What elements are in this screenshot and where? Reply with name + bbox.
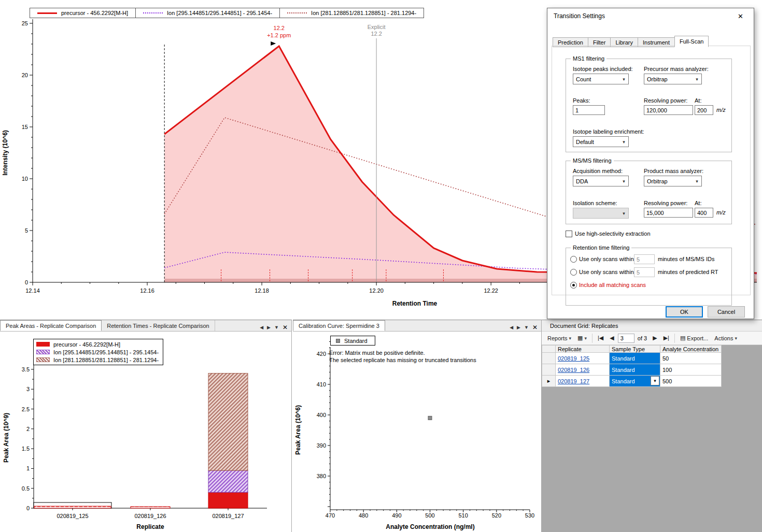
svg-text:420: 420 [317,351,326,357]
msms-at-input[interactable] [695,208,713,218]
precursor-analyzer-select[interactable]: Orbitrap ▾ [644,74,702,84]
close-icon[interactable]: ✕ [283,324,288,331]
tab-retention-times[interactable]: Retention Times - Replicate Comparison [102,320,215,331]
tab-peak-areas[interactable]: Peak Areas - Replicate Comparison [0,320,102,331]
rt-option1-suffix: minutes of MS/MS IDs [658,256,714,262]
replicate-cell[interactable]: 020819_127 [556,376,610,387]
analyte-concentration-cell[interactable]: 50 [660,353,722,364]
svg-text:490: 490 [392,512,401,519]
rt-option-predicted-rt-radio[interactable] [570,269,577,276]
group-label: MS/MS filtering [571,157,614,164]
chevron-down-icon: ▾ [619,211,628,216]
peaks-label: Peaks: [573,97,590,104]
row-selector-current[interactable]: ▸ [542,376,556,387]
svg-text:Intensity (10^6): Intensity (10^6) [2,130,9,176]
high-selectivity-label: Use high-selectivity extraction [575,231,651,237]
product-analyzer-select[interactable]: Orbitrap ▾ [644,176,702,186]
report-grid-icon: ▦ [577,335,583,341]
tab-full-scan[interactable]: Full-Scan [674,36,709,47]
rt-option2-suffix: minutes of predicted RT [658,269,718,275]
replicate-cell[interactable]: 020819_125 [556,353,610,364]
tab-calibration-curve[interactable]: Calibration Curve: Spermidine 3 [293,320,385,331]
column-header-analyte-concentration[interactable]: Analyte Concentration [660,346,722,353]
export-label: Export... [687,335,708,341]
replicate-link[interactable]: 020819_125 [558,355,589,362]
rt-option1-minutes-input[interactable] [634,254,655,264]
actions-label: Actions [714,335,733,341]
dock-menu-icon[interactable]: ▼ [524,325,529,330]
rt-option-all-scans-radio[interactable] [570,282,577,289]
legend-label: Ion [295.144851/295.144851] - 295.1454- [53,349,159,355]
legend-label: Ion [281.128851/281.128851] - 281.1294- [53,357,159,363]
replicate-link[interactable]: 020819_126 [558,367,589,373]
transition-settings-dialog: Transition Settings ✕ Prediction Filter … [547,8,754,319]
nav-prev-button[interactable]: ◀ [607,334,616,342]
close-icon[interactable]: ✕ [733,11,747,21]
ms1-resolving-power-input[interactable] [644,105,693,115]
cancel-button[interactable]: Cancel [708,306,745,318]
msms-at-label: At: [695,200,701,206]
sample-type-cell[interactable]: Standard [610,353,660,364]
column-header-sample-type[interactable]: Sample Type [610,346,660,353]
isotope-peaks-select[interactable]: Count ▾ [573,74,629,84]
chevron-down-icon: ▾ [619,179,628,184]
legend-label: precursor - 456.2292[M-H] [53,341,120,348]
svg-text:10: 10 [22,176,28,182]
chevron-down-icon: ▾ [619,77,628,82]
peak-areas-legend: precursor - 456.2292[M-H] Ion [295.14485… [33,339,163,365]
peak-areas-tabstrip: Peak Areas - Replicate Comparison Retent… [0,320,291,332]
rt-option2-minutes-input[interactable] [634,267,655,277]
enrichment-select[interactable]: Default ▾ [573,136,629,147]
scroll-right-icon[interactable]: ▶ [517,325,520,330]
nav-next-button[interactable]: ▶ [650,334,659,342]
rt-option-msms-ids-radio[interactable] [570,256,577,263]
analyte-concentration-cell[interactable]: 100 [660,364,722,376]
sample-type-dropdown-button[interactable]: ▾ [651,376,659,385]
acquisition-method-select[interactable]: DDA ▾ [573,176,629,186]
legend-item-precursor: precursor - 456.2292[M-H] [30,8,136,18]
dock-menu-icon[interactable]: ▼ [274,325,279,330]
scroll-left-icon[interactable]: ◀ [510,325,513,330]
nav-first-button[interactable]: |◀ [595,334,606,342]
svg-text:12.18: 12.18 [255,287,269,294]
nav-last-button[interactable]: ▶| [661,334,672,342]
replicates-grid: Replicate Sample Type Analyte Concentrat… [542,345,722,387]
svg-text:12.2: 12.2 [371,31,382,37]
dialog-titlebar[interactable]: Transition Settings ✕ [547,8,754,24]
acquisition-method-label: Acquisition method: [573,168,623,174]
row-selector[interactable] [542,364,556,376]
svg-text:+1.2 ppm: +1.2 ppm [267,32,291,38]
analyte-concentration-cell[interactable]: 500 [660,376,722,387]
sample-type-cell[interactable]: Standard [610,364,660,376]
pane-controls: ◀ ▶ ▼ ✕ [506,324,541,331]
column-header-replicate[interactable]: Replicate [556,346,610,353]
actions-menu-button[interactable]: Actions ▾ [712,334,740,342]
svg-text:3: 3 [26,386,30,392]
row-selector[interactable] [542,353,556,364]
page-number-input[interactable] [618,334,634,343]
peaks-input[interactable] [573,105,605,115]
svg-text:390: 390 [317,442,326,449]
scroll-right-icon[interactable]: ▶ [267,325,271,330]
peak-areas-panel: Peak Areas - Replicate Comparison Retent… [0,320,292,532]
close-icon[interactable]: ✕ [532,324,538,331]
ok-button[interactable]: OK [666,306,703,318]
edit-report-button[interactable]: ▦ ▾ [575,334,589,342]
scroll-left-icon[interactable]: ◀ [260,325,263,330]
chevron-down-icon: ▾ [735,336,737,341]
high-selectivity-checkbox[interactable] [566,231,572,237]
combo-value: Default [576,139,594,145]
svg-text:1: 1 [26,465,30,471]
calibration-error-text: Error: Matrix must be positive definite.… [329,349,476,364]
sample-type-cell[interactable]: Standard ▾ [610,376,660,387]
msms-resolving-power-input[interactable] [644,208,693,218]
replicate-cell[interactable]: 020819_126 [556,364,610,376]
ms1-at-input[interactable] [695,105,713,115]
legend-item-ion-281: Ion [281.128851/281.128851] - 281.1294- [36,356,159,363]
grid-row: 020819_125 Standard 50 [542,353,722,364]
document-grid-titlebar[interactable]: Document Grid: Replicates [542,320,762,332]
replicate-link[interactable]: 020819_127 [558,378,589,384]
toolbar-separator [592,334,592,343]
export-button[interactable]: ▤ Export... [678,334,711,342]
reports-menu-button[interactable]: Reports ▾ [545,334,574,342]
